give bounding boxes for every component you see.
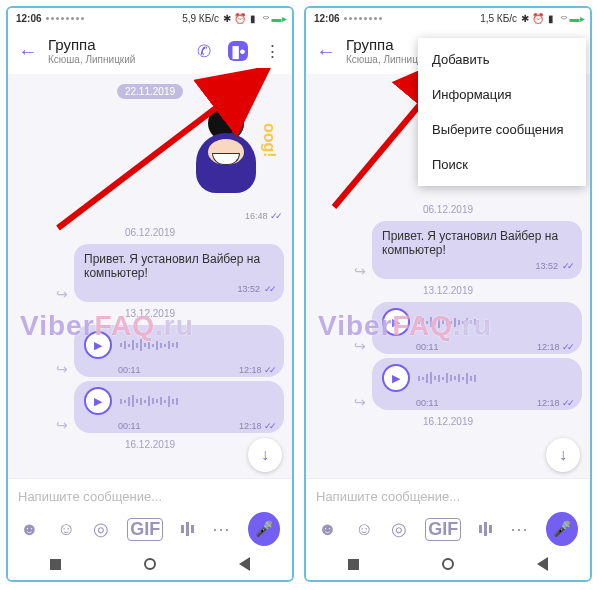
status-time: 12:06 — [16, 13, 42, 24]
battery-icon: ▬▸ — [572, 13, 582, 23]
voice-time: 12:18 — [239, 421, 262, 431]
chat-header: ← Группа Ксюша, Липницкий ✆ ▮• ⋮ — [8, 28, 292, 74]
sticker-message[interactable]: oog! — [174, 103, 284, 213]
menu-select-messages[interactable]: Выберите сообщения — [418, 112, 586, 147]
status-bar: 12:06 5,9 КБ/с ✱ ⏰ ▮ ⌔ ▬▸ — [8, 8, 292, 28]
voice-record-button[interactable]: 🎤 — [546, 512, 578, 546]
more-attach-icon[interactable] — [479, 521, 492, 537]
date-pill: 22.11.2019 — [117, 84, 183, 99]
nav-home-icon[interactable] — [442, 558, 454, 570]
menu-add[interactable]: Добавить — [418, 42, 586, 77]
voice-time: 12:18 — [537, 398, 560, 408]
voice-message[interactable]: ▶ 00:1112:18 ✓✓ — [372, 358, 582, 410]
voice-message[interactable]: ▶ 00:1112:18 ✓✓ — [74, 381, 284, 433]
wifi-icon: ⌔ — [261, 13, 271, 23]
date-separator: 16.12.2019 — [125, 439, 175, 450]
date-separator: 06.12.2019 — [125, 227, 175, 238]
forward-icon[interactable]: ↪ — [56, 417, 68, 433]
text-message[interactable]: Привет. Я установил Вайбер на компьютер!… — [74, 244, 284, 302]
read-checks-icon: ✓✓ — [562, 342, 572, 352]
message-input[interactable]: Напишите сообщение... — [16, 485, 284, 512]
battery-icon: ▬▸ — [274, 13, 284, 23]
nav-back-icon[interactable] — [537, 557, 548, 571]
forward-icon[interactable]: ↪ — [56, 286, 68, 302]
gallery-icon[interactable]: ☺ — [355, 519, 373, 540]
status-netspeed: 5,9 КБ/с — [182, 13, 219, 24]
voice-duration: 00:11 — [416, 398, 439, 408]
waveform — [418, 370, 572, 386]
voice-time: 12:18 — [239, 365, 262, 375]
read-checks-icon: ✓✓ — [264, 421, 274, 431]
message-time: 13:52 — [237, 284, 260, 294]
forward-icon[interactable]: ↪ — [354, 394, 366, 410]
watermark: ViberFAQ.ru — [318, 310, 492, 342]
chat-body: 22.11.2019 oog! 16:48 ✓✓ 06.12.2019 ↪ Пр… — [8, 74, 292, 478]
back-icon[interactable]: ← — [316, 40, 336, 63]
more-menu-icon[interactable]: ⋮ — [262, 41, 282, 61]
voice-duration: 00:11 — [416, 342, 439, 352]
voice-duration: 00:11 — [118, 365, 141, 375]
scroll-down-button[interactable]: ↓ — [546, 438, 580, 472]
nav-home-icon[interactable] — [144, 558, 156, 570]
chat-title[interactable]: Группа — [48, 37, 184, 54]
nav-recent-icon[interactable] — [348, 559, 359, 570]
back-icon[interactable]: ← — [18, 40, 38, 63]
gif-icon[interactable]: GIF — [425, 518, 461, 541]
signal-icon: ▮ — [248, 13, 258, 23]
menu-info[interactable]: Информация — [418, 77, 586, 112]
nav-back-icon[interactable] — [239, 557, 250, 571]
forward-icon[interactable]: ↪ — [56, 361, 68, 377]
message-text: Привет. Я установил Вайбер на компьютер! — [382, 229, 558, 257]
nav-recent-icon[interactable] — [50, 559, 61, 570]
text-message[interactable]: Привет. Я установил Вайбер на компьютер!… — [372, 221, 582, 279]
alarm-icon: ⏰ — [235, 13, 245, 23]
overflow-menu: Добавить Информация Выберите сообщения П… — [418, 38, 586, 186]
play-button[interactable]: ▶ — [382, 364, 410, 392]
forward-icon[interactable]: ↪ — [354, 263, 366, 279]
sticker-picker-icon[interactable]: ☻ — [20, 519, 39, 540]
extras-icon[interactable]: ⋯ — [510, 518, 528, 540]
composer: Напишите сообщение... ☻ ☺ ◎ GIF ⋯ 🎤 — [8, 478, 292, 548]
menu-search[interactable]: Поиск — [418, 147, 586, 182]
watermark: ViberFAQ.ru — [20, 310, 194, 342]
status-netspeed: 1,5 КБ/с — [480, 13, 517, 24]
gallery-icon[interactable]: ☺ — [57, 519, 75, 540]
camera-icon[interactable]: ◎ — [391, 518, 407, 540]
voice-duration: 00:11 — [118, 421, 141, 431]
phone-left: 12:06 5,9 КБ/с ✱ ⏰ ▮ ⌔ ▬▸ ← Группа Ксюша… — [6, 6, 294, 582]
chat-subtitle: Ксюша, Липницкий — [48, 54, 184, 65]
read-checks-icon: ✓✓ — [264, 365, 274, 375]
message-text: Привет. Я установил Вайбер на компьютер! — [84, 252, 260, 280]
date-separator: 16.12.2019 — [423, 416, 473, 427]
more-attach-icon[interactable] — [181, 521, 194, 537]
status-time: 12:06 — [314, 13, 340, 24]
voice-record-button[interactable]: 🎤 — [248, 512, 280, 546]
message-input[interactable]: Напишите сообщение... — [314, 485, 582, 512]
read-checks-icon: ✓✓ — [562, 398, 572, 408]
scroll-down-button[interactable]: ↓ — [248, 438, 282, 472]
sticker-picker-icon[interactable]: ☻ — [318, 519, 337, 540]
video-call-icon[interactable]: ▮• — [228, 41, 248, 61]
composer: Напишите сообщение... ☻ ☺ ◎ GIF ⋯ 🎤 — [306, 478, 590, 548]
read-checks-icon: ✓✓ — [562, 261, 572, 271]
camera-icon[interactable]: ◎ — [93, 518, 109, 540]
date-separator: 06.12.2019 — [423, 204, 473, 215]
read-checks-icon: ✓✓ — [264, 284, 274, 294]
message-time: 13:52 — [535, 261, 558, 271]
android-navbar — [306, 548, 590, 580]
android-navbar — [8, 548, 292, 580]
phone-right: 12:06 1,5 КБ/с ✱ ⏰ ▮ ⌔ ▬▸ ← Группа Ксюша… — [304, 6, 592, 582]
bluetooth-icon: ✱ — [222, 13, 232, 23]
gif-icon[interactable]: GIF — [127, 518, 163, 541]
wifi-icon: ⌔ — [559, 13, 569, 23]
signal-icon: ▮ — [546, 13, 556, 23]
voice-call-icon[interactable]: ✆ — [194, 41, 214, 61]
date-separator: 13.12.2019 — [423, 285, 473, 296]
play-button[interactable]: ▶ — [84, 387, 112, 415]
bluetooth-icon: ✱ — [520, 13, 530, 23]
alarm-icon: ⏰ — [533, 13, 543, 23]
status-bar: 12:06 1,5 КБ/с ✱ ⏰ ▮ ⌔ ▬▸ — [306, 8, 590, 28]
extras-icon[interactable]: ⋯ — [212, 518, 230, 540]
waveform — [120, 393, 274, 409]
voice-time: 12:18 — [537, 342, 560, 352]
